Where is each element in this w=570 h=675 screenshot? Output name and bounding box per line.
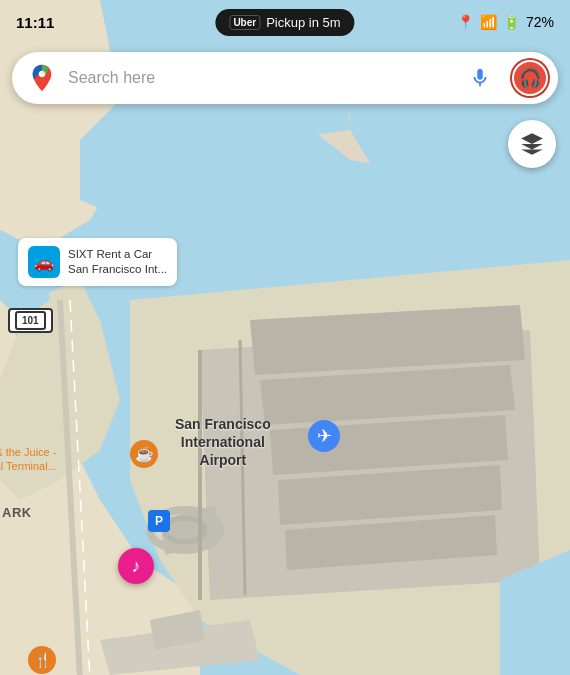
battery-icon: 🔋: [503, 14, 520, 30]
sixt-rent-a-car-card[interactable]: 🚗 SIXT Rent a Car San Francisco Int...: [18, 238, 177, 286]
coffee-icon[interactable]: ☕: [130, 440, 158, 468]
uber-logo: Uber: [229, 15, 260, 30]
user-avatar-button[interactable]: 🎧: [510, 58, 550, 98]
music-venue-pin[interactable]: ♪: [118, 548, 154, 584]
uber-pickup-label: Pickup in 5m: [266, 15, 340, 30]
mic-button[interactable]: [460, 58, 500, 98]
highway-number: 101: [15, 311, 46, 330]
status-time: 11:11: [16, 14, 54, 31]
sixt-label: SIXT Rent a Car San Francisco Int...: [68, 247, 167, 277]
highway-badge-101-top: 101: [8, 308, 53, 333]
status-right-icons: 📍 📶 🔋 72%: [457, 14, 554, 30]
wifi-icon: 📶: [480, 14, 497, 30]
sixt-icon: 🚗: [28, 246, 60, 278]
juice-bar-label: oe & the Juice - ional Terminal...: [0, 445, 57, 474]
food-pin[interactable]: 🍴: [28, 646, 56, 674]
airport-icon[interactable]: ✈: [308, 420, 340, 452]
avatar-image: 🎧: [512, 60, 548, 96]
status-bar: 11:11 Uber Pickup in 5m 📍 📶 🔋 72%: [0, 0, 570, 44]
ark-label: ARK: [2, 505, 32, 520]
airport-label: San Francisco International Airport: [175, 415, 271, 470]
uber-pill[interactable]: Uber Pickup in 5m: [215, 9, 354, 36]
google-maps-logo: [26, 62, 58, 94]
map-layers-button[interactable]: [508, 120, 556, 168]
search-placeholder[interactable]: Search here: [68, 69, 450, 87]
parking-pin[interactable]: P: [148, 510, 170, 532]
search-bar[interactable]: Search here 🎧: [12, 52, 558, 104]
battery-level: 72%: [526, 14, 554, 30]
location-icon: 📍: [457, 14, 474, 30]
